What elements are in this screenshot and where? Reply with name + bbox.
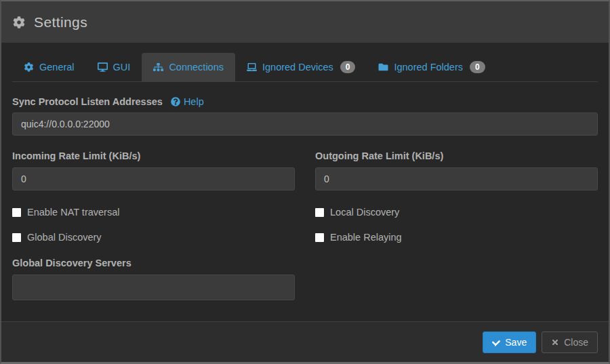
gear-icon	[24, 62, 34, 72]
dialog-title: Settings	[34, 14, 87, 31]
global-discovery-servers-label: Global Discovery Servers	[12, 258, 131, 268]
checkbox-box[interactable]	[315, 208, 324, 217]
ignored-folders-count-badge: 0	[470, 61, 485, 73]
outgoing-rate-label: Outgoing Rate Limit (KiB/s)	[315, 150, 443, 161]
outgoing-rate-group: Outgoing Rate Limit (KiB/s)	[315, 150, 598, 190]
close-button[interactable]: Close	[542, 331, 598, 353]
options-checkbox-grid: Enable NAT traversal Local Discovery Glo…	[12, 207, 598, 243]
dialog-footer: Save Close	[1, 321, 609, 362]
checkbox-label: Local Discovery	[330, 207, 399, 218]
global-discovery-checkbox[interactable]: Global Discovery	[12, 232, 295, 243]
close-icon	[551, 338, 559, 346]
settings-tabs: General GUI Connections Ignored Devices	[12, 53, 598, 82]
checkbox-box[interactable]	[12, 208, 21, 217]
tab-label: General	[39, 62, 75, 73]
dialog-body: General GUI Connections Ignored Devices	[1, 43, 609, 321]
gear-icon	[13, 16, 25, 28]
listen-addresses-label: Sync Protocol Listen Addresses	[12, 96, 163, 107]
question-circle-icon	[171, 97, 180, 106]
tab-gui[interactable]: GUI	[86, 53, 142, 81]
enable-relaying-checkbox[interactable]: Enable Relaying	[315, 232, 598, 243]
enable-nat-traversal-checkbox[interactable]: Enable NAT traversal	[12, 207, 295, 218]
monitor-icon	[98, 62, 108, 72]
incoming-rate-input[interactable]	[12, 167, 295, 190]
help-link-label: Help	[184, 96, 204, 107]
save-button-label: Save	[505, 338, 527, 347]
folder-icon	[378, 62, 388, 72]
global-discovery-servers-group: Global Discovery Servers	[12, 257, 295, 300]
global-discovery-servers-row: Global Discovery Servers	[12, 257, 598, 300]
checkbox-box[interactable]	[315, 233, 324, 242]
ignored-devices-count-badge: 0	[340, 61, 356, 73]
incoming-rate-label: Incoming Rate Limit (KiB/s)	[12, 150, 140, 161]
sitemap-icon	[153, 62, 163, 72]
listen-addresses-group: Sync Protocol Listen Addresses Help	[12, 96, 598, 136]
tab-ignored-devices[interactable]: Ignored Devices 0	[235, 53, 367, 81]
save-button[interactable]: Save	[483, 331, 536, 353]
rate-limits-row: Incoming Rate Limit (KiB/s) Outgoing Rat…	[12, 150, 598, 190]
tab-general[interactable]: General	[12, 53, 86, 81]
check-icon	[492, 338, 500, 346]
outgoing-rate-input[interactable]	[315, 167, 598, 190]
laptop-icon	[247, 62, 257, 72]
settings-dialog: Settings General GUI Connections	[0, 0, 610, 364]
tab-label: Connections	[169, 62, 224, 73]
tab-label: GUI	[113, 62, 131, 73]
checkbox-label: Enable Relaying	[330, 232, 402, 243]
global-discovery-servers-input[interactable]	[12, 275, 295, 300]
dialog-header: Settings	[1, 1, 609, 43]
tab-connections[interactable]: Connections	[142, 53, 235, 81]
incoming-rate-group: Incoming Rate Limit (KiB/s)	[12, 150, 295, 190]
tab-ignored-folders[interactable]: Ignored Folders 0	[367, 53, 496, 81]
tab-label: Ignored Folders	[394, 62, 463, 73]
local-discovery-checkbox[interactable]: Local Discovery	[315, 207, 598, 218]
checkbox-box[interactable]	[12, 233, 21, 242]
checkbox-label: Enable NAT traversal	[27, 207, 119, 218]
close-button-label: Close	[564, 338, 588, 347]
help-link[interactable]: Help	[171, 96, 204, 107]
tab-label: Ignored Devices	[262, 62, 333, 73]
checkbox-label: Global Discovery	[27, 232, 102, 243]
listen-addresses-input[interactable]	[12, 113, 598, 136]
